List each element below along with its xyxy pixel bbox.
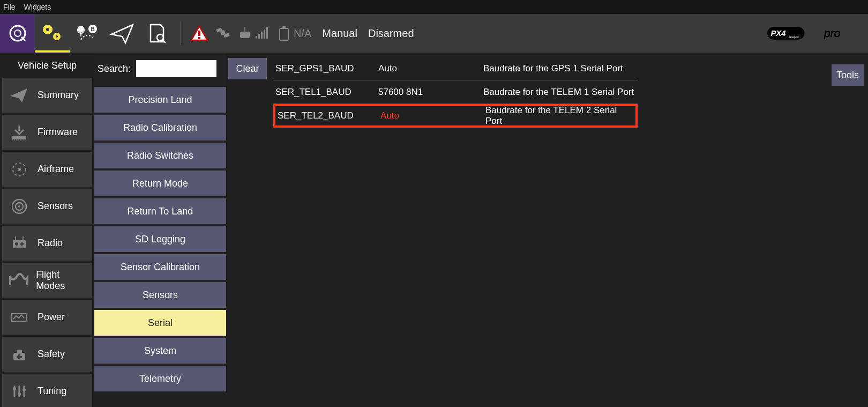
search-row: Search: — [94, 53, 226, 85]
category-radio-calibration[interactable]: Radio Calibration — [94, 115, 226, 140]
param-desc: Baudrate for the TELEM 2 Serial Port — [485, 105, 635, 127]
svg-rect-23 — [282, 26, 286, 28]
armed-state[interactable]: Disarmed — [368, 27, 414, 40]
menubar: File Widgets — [0, 0, 868, 14]
svg-rect-48 — [17, 356, 22, 358]
svg-rect-11 — [198, 37, 200, 39]
toolbar-setup-button[interactable] — [35, 14, 70, 53]
medkit-icon — [6, 343, 32, 366]
svg-point-37 — [18, 168, 21, 171]
svg-point-3 — [46, 28, 49, 31]
param-desc: Baudrate for the TELEM 1 Serial Port — [483, 87, 638, 98]
sidebar-item-tuning[interactable]: Tuning — [2, 374, 92, 407]
sidebar-item-label: Flight Modes — [36, 269, 88, 292]
sidebar-item-power[interactable]: Power — [2, 300, 92, 335]
battery-icon — [278, 25, 290, 41]
category-precision-land[interactable]: Precision Land — [94, 87, 226, 113]
rc-remote-icon — [238, 26, 252, 40]
px4-logo-icon: PX4 autopilot — [767, 24, 819, 42]
messages-indicator[interactable] — [188, 14, 211, 53]
sidebar-item-airframe[interactable]: Airframe — [2, 152, 92, 187]
sidebar-item-label: Radio — [38, 238, 63, 249]
param-value: 57600 8N1 — [378, 87, 483, 98]
param-row[interactable]: SER_GPS1_BAUDAutoBaudrate for the GPS 1 … — [273, 57, 638, 80]
param-value: Auto — [378, 63, 483, 74]
svg-rect-18 — [258, 34, 260, 39]
sidebar-item-firmware[interactable]: Firmware — [2, 115, 92, 150]
category-return-mode[interactable]: Return Mode — [94, 171, 226, 196]
svg-point-6 — [78, 26, 84, 32]
category-list: Precision LandRadio CalibrationRadio Swi… — [94, 85, 226, 391]
sidebar-item-flight-modes[interactable]: Flight Modes — [2, 263, 92, 298]
search-input[interactable] — [136, 60, 216, 77]
app-logo-button[interactable] — [0, 14, 35, 53]
target-dashed-icon — [6, 158, 32, 181]
svg-point-41 — [20, 242, 24, 246]
sidebar-item-label: Tuning — [38, 386, 66, 397]
sidebar-item-label: Firmware — [38, 127, 78, 138]
svg-point-38 — [18, 205, 20, 208]
brand: PX4 autopilot pro — [767, 24, 862, 42]
category-serial[interactable]: Serial — [94, 310, 226, 336]
svg-text:PX4: PX4 — [770, 28, 786, 38]
param-row[interactable]: SER_TEL2_BAUDAutoBaudrate for the TELEM … — [273, 104, 638, 128]
waypoint-icon: B — [74, 21, 100, 45]
sidebar-item-label: Sensors — [38, 201, 73, 212]
toolbar: B — [0, 14, 868, 53]
svg-text:pro: pro — [824, 27, 841, 39]
svg-rect-46 — [17, 350, 22, 354]
toolbar-separator — [181, 21, 181, 45]
svg-rect-20 — [264, 29, 265, 39]
svg-rect-39 — [13, 240, 26, 248]
toolbar-fly-button[interactable] — [104, 14, 139, 53]
category-system[interactable]: System — [94, 338, 226, 364]
svg-rect-17 — [256, 36, 257, 39]
sidebar-item-sensors[interactable]: Sensors — [2, 189, 92, 224]
category-radio-switches[interactable]: Radio Switches — [94, 143, 226, 168]
gears-icon — [40, 20, 65, 44]
paperplane-icon — [109, 21, 135, 45]
wave-icon — [6, 269, 31, 292]
clear-button[interactable]: Clear — [228, 58, 267, 79]
pro-text-icon: pro — [824, 25, 862, 41]
gps-indicator[interactable] — [211, 14, 235, 53]
signal-bars-icon — [255, 27, 268, 39]
search-label: Search: — [98, 63, 131, 75]
svg-point-52 — [13, 387, 16, 390]
q-logo-icon — [7, 23, 28, 44]
category-sensors[interactable]: Sensors — [94, 282, 226, 308]
param-name: SER_TEL1_BAUD — [273, 87, 378, 98]
param-name: SER_GPS1_BAUD — [273, 63, 378, 74]
svg-rect-15 — [240, 32, 250, 38]
sidebar-item-radio[interactable]: Radio — [2, 226, 92, 261]
rc-indicator[interactable] — [235, 14, 273, 53]
doc-search-icon — [144, 21, 170, 45]
category-sensor-calibration[interactable]: Sensor Calibration — [94, 254, 226, 280]
warning-triangle-icon — [190, 25, 208, 41]
category-telemetry[interactable]: Telemetry — [94, 366, 226, 391]
sidebar-title: Vehicle Setup — [2, 56, 92, 78]
param-table: SER_GPS1_BAUDAutoBaudrate for the GPS 1 … — [273, 57, 638, 128]
sidebar-item-label: Summary — [38, 90, 79, 101]
svg-rect-22 — [280, 28, 288, 40]
menu-file[interactable]: File — [3, 3, 16, 11]
param-row[interactable]: SER_TEL1_BAUD57600 8N1Baudrate for the T… — [273, 80, 638, 104]
download-icon — [6, 121, 32, 144]
sidebar: Vehicle Setup SummaryFirmwareAirframeSen… — [0, 53, 94, 407]
menu-widgets[interactable]: Widgets — [24, 3, 51, 11]
category-return-to-land[interactable]: Return To Land — [94, 198, 226, 224]
svg-text:B: B — [91, 26, 94, 32]
sidebar-item-label: Airframe — [38, 164, 74, 175]
sidebar-item-safety[interactable]: Safety — [2, 337, 92, 372]
toolbar-analyze-button[interactable] — [139, 14, 174, 53]
battery-text: N/A — [294, 27, 311, 40]
svg-rect-28 — [12, 136, 26, 139]
toolbar-plan-button[interactable]: B — [70, 14, 104, 53]
tools-button[interactable]: Tools — [832, 64, 864, 86]
sidebar-item-label: Safety — [38, 349, 65, 360]
paperplane-icon — [6, 84, 32, 107]
flight-mode[interactable]: Manual — [322, 27, 357, 40]
sidebar-item-summary[interactable]: Summary — [2, 78, 92, 113]
svg-point-53 — [18, 393, 21, 396]
category-sd-logging[interactable]: SD Logging — [94, 226, 226, 252]
